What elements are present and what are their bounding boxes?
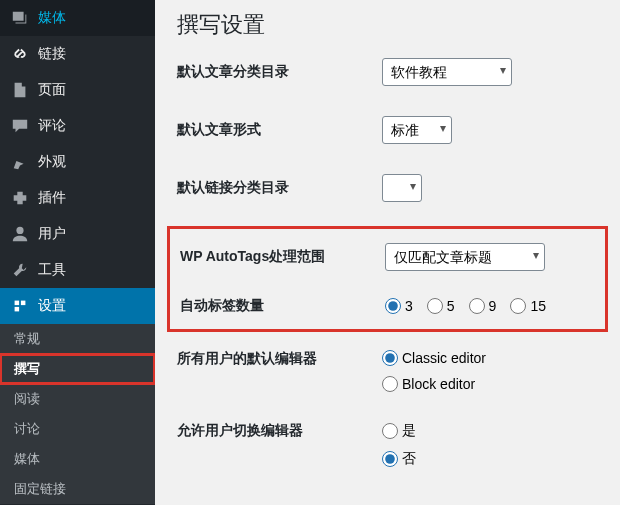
svg-point-0 (16, 227, 23, 234)
radio-tag-15[interactable]: 15 (510, 298, 546, 314)
radio-group-allow-switch: 是 否 (382, 422, 598, 468)
select-autotags-scope[interactable]: 仅匹配文章标题 (385, 243, 545, 271)
radio-classic-editor[interactable]: Classic editor (382, 350, 598, 366)
autotags-highlight: WP AutoTags处理范围 仅匹配文章标题 自动标签数量 3 5 9 15 (167, 226, 608, 332)
sidebar-label: 用户 (38, 225, 66, 243)
submenu-discussion[interactable]: 讨论 (0, 414, 155, 444)
row-default-editor: 所有用户的默认编辑器 Classic editor Block editor (177, 350, 598, 392)
submenu-reading[interactable]: 阅读 (0, 384, 155, 414)
sidebar-item-links[interactable]: 链接 (0, 36, 155, 72)
media-icon (10, 8, 30, 28)
sidebar-item-tools[interactable]: 工具 (0, 252, 155, 288)
sidebar-item-comments[interactable]: 评论 (0, 108, 155, 144)
sidebar-label: 评论 (38, 117, 66, 135)
sidebar-label: 外观 (38, 153, 66, 171)
sidebar-label: 媒体 (38, 9, 66, 27)
tool-icon (10, 260, 30, 280)
plugin-icon (10, 188, 30, 208)
row-default-link-category: 默认链接分类目录 (177, 174, 598, 202)
radio-group-tag-count: 3 5 9 15 (385, 298, 595, 314)
comment-icon (10, 116, 30, 136)
label-default-editor: 所有用户的默认编辑器 (177, 350, 382, 368)
sidebar-item-settings[interactable]: 设置 (0, 288, 155, 324)
user-icon (10, 224, 30, 244)
sidebar-item-plugins[interactable]: 插件 (0, 180, 155, 216)
sidebar-label: 设置 (38, 297, 66, 315)
settings-icon (10, 296, 30, 316)
row-autotags-scope: WP AutoTags处理范围 仅匹配文章标题 (180, 243, 595, 271)
sidebar-label: 插件 (38, 189, 66, 207)
admin-sidebar: 媒体 链接 页面 评论 外观 插件 用户 工具 设置 常规 撰写 阅读 讨论 媒… (0, 0, 155, 505)
svg-rect-2 (21, 301, 26, 306)
page-title: 撰写设置 (177, 10, 598, 40)
label-default-link-category: 默认链接分类目录 (177, 179, 382, 197)
radio-tag-5[interactable]: 5 (427, 298, 455, 314)
submenu-writing[interactable]: 撰写 (0, 354, 155, 384)
submenu-general[interactable]: 常规 (0, 324, 155, 354)
svg-rect-1 (15, 301, 20, 306)
sidebar-item-users[interactable]: 用户 (0, 216, 155, 252)
label-autotags-scope: WP AutoTags处理范围 (180, 248, 385, 266)
label-tag-count: 自动标签数量 (180, 297, 385, 315)
sidebar-label: 页面 (38, 81, 66, 99)
label-default-category: 默认文章分类目录 (177, 63, 382, 81)
label-default-format: 默认文章形式 (177, 121, 382, 139)
row-default-category: 默认文章分类目录 软件教程 (177, 58, 598, 86)
select-default-format[interactable]: 标准 (382, 116, 452, 144)
link-icon (10, 44, 30, 64)
radio-tag-9[interactable]: 9 (469, 298, 497, 314)
radio-block-editor[interactable]: Block editor (382, 376, 598, 392)
svg-rect-3 (15, 307, 20, 312)
select-default-category[interactable]: 软件教程 (382, 58, 512, 86)
radio-switch-no[interactable]: 否 (382, 450, 598, 468)
submenu-media[interactable]: 媒体 (0, 444, 155, 474)
radio-group-default-editor: Classic editor Block editor (382, 350, 598, 392)
sidebar-item-pages[interactable]: 页面 (0, 72, 155, 108)
row-allow-switch: 允许用户切换编辑器 是 否 (177, 422, 598, 468)
label-allow-switch: 允许用户切换编辑器 (177, 422, 382, 440)
appearance-icon (10, 152, 30, 172)
radio-tag-3[interactable]: 3 (385, 298, 413, 314)
sidebar-label: 工具 (38, 261, 66, 279)
page-icon (10, 80, 30, 100)
select-default-link-category[interactable] (382, 174, 422, 202)
sidebar-item-appearance[interactable]: 外观 (0, 144, 155, 180)
submenu-permalinks[interactable]: 固定链接 (0, 474, 155, 504)
row-tag-count: 自动标签数量 3 5 9 15 (180, 297, 595, 315)
sidebar-item-media[interactable]: 媒体 (0, 0, 155, 36)
sidebar-label: 链接 (38, 45, 66, 63)
settings-content: 撰写设置 默认文章分类目录 软件教程 默认文章形式 标准 默认链接分类目录 WP… (155, 0, 620, 505)
radio-switch-yes[interactable]: 是 (382, 422, 598, 440)
row-default-format: 默认文章形式 标准 (177, 116, 598, 144)
